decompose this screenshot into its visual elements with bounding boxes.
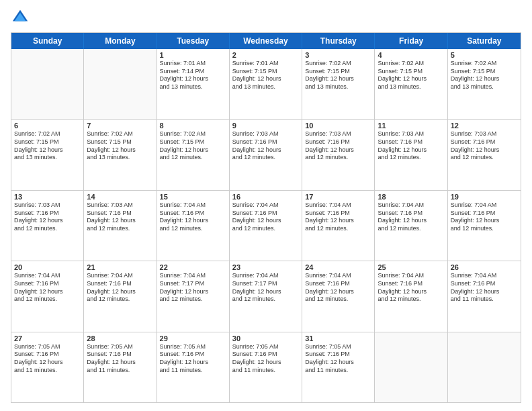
calendar: SundayMondayTuesdayWednesdayThursdayFrid… <box>11 32 521 403</box>
day-info: Sunrise: 7:04 AM Sunset: 7:16 PM Dayligh… <box>232 201 299 233</box>
page: SundayMondayTuesdayWednesdayThursdayFrid… <box>0 0 532 411</box>
day-info: Sunrise: 7:03 AM Sunset: 7:16 PM Dayligh… <box>14 201 81 233</box>
day-number: 17 <box>305 193 371 201</box>
calendar-cell: 26Sunrise: 7:04 AM Sunset: 7:16 PM Dayli… <box>448 261 521 331</box>
calendar-cell: 7Sunrise: 7:02 AM Sunset: 7:15 PM Daylig… <box>84 120 157 189</box>
logo <box>11 8 32 27</box>
day-number: 22 <box>160 263 226 271</box>
day-info: Sunrise: 7:05 AM Sunset: 7:16 PM Dayligh… <box>160 343 226 375</box>
day-number: 29 <box>160 334 226 342</box>
day-number: 2 <box>232 51 299 59</box>
day-info: Sunrise: 7:03 AM Sunset: 7:16 PM Dayligh… <box>87 201 153 233</box>
day-number: 24 <box>305 263 371 271</box>
day-number: 21 <box>87 263 153 271</box>
day-number: 14 <box>87 193 153 201</box>
day-info: Sunrise: 7:05 AM Sunset: 7:16 PM Dayligh… <box>232 343 299 375</box>
header-day-sunday: Sunday <box>11 33 84 49</box>
calendar-cell: 12Sunrise: 7:03 AM Sunset: 7:16 PM Dayli… <box>448 120 521 189</box>
day-number: 28 <box>87 334 153 342</box>
day-info: Sunrise: 7:04 AM Sunset: 7:16 PM Dayligh… <box>14 272 81 304</box>
calendar-cell: 29Sunrise: 7:05 AM Sunset: 7:16 PM Dayli… <box>157 332 230 402</box>
day-info: Sunrise: 7:05 AM Sunset: 7:16 PM Dayligh… <box>305 343 371 375</box>
day-info: Sunrise: 7:04 AM Sunset: 7:16 PM Dayligh… <box>378 201 444 233</box>
calendar-cell: 3Sunrise: 7:02 AM Sunset: 7:15 PM Daylig… <box>302 49 375 119</box>
calendar-cell: 21Sunrise: 7:04 AM Sunset: 7:16 PM Dayli… <box>84 261 157 331</box>
day-number: 7 <box>87 122 153 130</box>
calendar-cell <box>448 332 521 402</box>
calendar-cell: 8Sunrise: 7:02 AM Sunset: 7:15 PM Daylig… <box>157 120 230 189</box>
calendar-cell: 20Sunrise: 7:04 AM Sunset: 7:16 PM Dayli… <box>11 261 84 331</box>
day-number: 15 <box>160 193 226 201</box>
calendar-cell: 22Sunrise: 7:04 AM Sunset: 7:17 PM Dayli… <box>157 261 230 331</box>
week-row-1: 6Sunrise: 7:02 AM Sunset: 7:15 PM Daylig… <box>11 120 521 190</box>
week-row-4: 27Sunrise: 7:05 AM Sunset: 7:16 PM Dayli… <box>11 332 521 402</box>
calendar-cell: 18Sunrise: 7:04 AM Sunset: 7:16 PM Dayli… <box>375 191 447 261</box>
day-info: Sunrise: 7:02 AM Sunset: 7:15 PM Dayligh… <box>305 60 371 91</box>
calendar-cell: 24Sunrise: 7:04 AM Sunset: 7:16 PM Dayli… <box>302 261 375 331</box>
day-number: 27 <box>14 334 81 342</box>
header-day-thursday: Thursday <box>302 33 375 49</box>
calendar-cell: 15Sunrise: 7:04 AM Sunset: 7:16 PM Dayli… <box>157 191 230 261</box>
day-number: 18 <box>378 193 444 201</box>
calendar-cell: 6Sunrise: 7:02 AM Sunset: 7:15 PM Daylig… <box>11 120 84 189</box>
day-number: 26 <box>451 263 518 271</box>
calendar-cell <box>11 49 84 119</box>
day-number: 11 <box>378 122 444 130</box>
day-number: 10 <box>305 122 371 130</box>
day-info: Sunrise: 7:04 AM Sunset: 7:16 PM Dayligh… <box>87 272 153 304</box>
calendar-cell <box>84 49 157 119</box>
header-day-wednesday: Wednesday <box>230 33 302 49</box>
day-info: Sunrise: 7:02 AM Sunset: 7:15 PM Dayligh… <box>160 130 226 162</box>
calendar-cell: 11Sunrise: 7:03 AM Sunset: 7:16 PM Dayli… <box>375 120 447 189</box>
calendar-cell: 1Sunrise: 7:01 AM Sunset: 7:14 PM Daylig… <box>157 49 230 119</box>
calendar-header: SundayMondayTuesdayWednesdayThursdayFrid… <box>11 33 521 49</box>
calendar-cell: 30Sunrise: 7:05 AM Sunset: 7:16 PM Dayli… <box>230 332 302 402</box>
day-number: 1 <box>160 51 226 59</box>
day-info: Sunrise: 7:02 AM Sunset: 7:15 PM Dayligh… <box>14 130 81 162</box>
header-day-friday: Friday <box>375 33 447 49</box>
day-number: 20 <box>14 263 81 271</box>
day-info: Sunrise: 7:05 AM Sunset: 7:16 PM Dayligh… <box>14 343 81 375</box>
day-number: 8 <box>160 122 226 130</box>
day-number: 23 <box>232 263 299 271</box>
week-row-2: 13Sunrise: 7:03 AM Sunset: 7:16 PM Dayli… <box>11 191 521 261</box>
calendar-cell: 14Sunrise: 7:03 AM Sunset: 7:16 PM Dayli… <box>84 191 157 261</box>
day-number: 4 <box>378 51 444 59</box>
calendar-cell: 23Sunrise: 7:04 AM Sunset: 7:17 PM Dayli… <box>230 261 302 331</box>
day-number: 6 <box>14 122 81 130</box>
day-number: 5 <box>451 51 518 59</box>
calendar-cell: 13Sunrise: 7:03 AM Sunset: 7:16 PM Dayli… <box>11 191 84 261</box>
calendar-cell: 16Sunrise: 7:04 AM Sunset: 7:16 PM Dayli… <box>230 191 302 261</box>
day-number: 13 <box>14 193 81 201</box>
calendar-cell: 25Sunrise: 7:04 AM Sunset: 7:16 PM Dayli… <box>375 261 447 331</box>
calendar-cell: 5Sunrise: 7:02 AM Sunset: 7:15 PM Daylig… <box>448 49 521 119</box>
day-info: Sunrise: 7:04 AM Sunset: 7:16 PM Dayligh… <box>305 272 371 304</box>
calendar-cell: 10Sunrise: 7:03 AM Sunset: 7:16 PM Dayli… <box>302 120 375 189</box>
day-info: Sunrise: 7:03 AM Sunset: 7:16 PM Dayligh… <box>232 130 299 162</box>
header-day-saturday: Saturday <box>448 33 521 49</box>
calendar-cell: 31Sunrise: 7:05 AM Sunset: 7:16 PM Dayli… <box>302 332 375 402</box>
calendar-cell: 17Sunrise: 7:04 AM Sunset: 7:16 PM Dayli… <box>302 191 375 261</box>
calendar-cell: 4Sunrise: 7:02 AM Sunset: 7:15 PM Daylig… <box>375 49 447 119</box>
day-info: Sunrise: 7:02 AM Sunset: 7:15 PM Dayligh… <box>378 60 444 91</box>
day-info: Sunrise: 7:02 AM Sunset: 7:15 PM Dayligh… <box>87 130 153 162</box>
day-number: 31 <box>305 334 371 342</box>
day-number: 30 <box>232 334 299 342</box>
day-number: 9 <box>232 122 299 130</box>
day-number: 3 <box>305 51 371 59</box>
day-number: 16 <box>232 193 299 201</box>
day-number: 19 <box>451 193 518 201</box>
calendar-cell: 27Sunrise: 7:05 AM Sunset: 7:16 PM Dayli… <box>11 332 84 402</box>
day-info: Sunrise: 7:04 AM Sunset: 7:16 PM Dayligh… <box>378 272 444 304</box>
day-info: Sunrise: 7:03 AM Sunset: 7:16 PM Dayligh… <box>378 130 444 162</box>
header-day-monday: Monday <box>84 33 157 49</box>
day-info: Sunrise: 7:04 AM Sunset: 7:17 PM Dayligh… <box>232 272 299 304</box>
day-info: Sunrise: 7:03 AM Sunset: 7:16 PM Dayligh… <box>305 130 371 162</box>
calendar-cell: 28Sunrise: 7:05 AM Sunset: 7:16 PM Dayli… <box>84 332 157 402</box>
calendar-body: 1Sunrise: 7:01 AM Sunset: 7:14 PM Daylig… <box>11 49 521 402</box>
calendar-cell: 2Sunrise: 7:01 AM Sunset: 7:15 PM Daylig… <box>230 49 302 119</box>
day-info: Sunrise: 7:05 AM Sunset: 7:16 PM Dayligh… <box>87 343 153 375</box>
day-info: Sunrise: 7:04 AM Sunset: 7:17 PM Dayligh… <box>160 272 226 304</box>
week-row-0: 1Sunrise: 7:01 AM Sunset: 7:14 PM Daylig… <box>11 49 521 120</box>
day-info: Sunrise: 7:04 AM Sunset: 7:16 PM Dayligh… <box>160 201 226 233</box>
